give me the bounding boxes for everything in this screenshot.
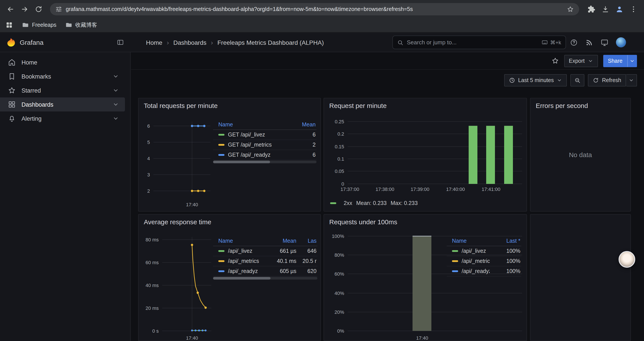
series-name-link[interactable]: /api/_livez [462, 248, 486, 254]
address-bar[interactable] [50, 3, 579, 15]
svg-text:20%: 20% [334, 309, 344, 315]
share-button[interactable]: Share [603, 55, 627, 67]
panel-title[interactable]: Requests under 100ms [329, 218, 397, 226]
table-column-header[interactable]: Name [213, 121, 294, 128]
sidebar-item-alerting[interactable]: Alerting [0, 112, 125, 126]
table-scrollbar[interactable] [213, 161, 316, 163]
sidebar-item-label: Dashboards [22, 101, 54, 108]
zoom-out-button[interactable] [570, 74, 584, 87]
refresh-interval-button[interactable] [626, 74, 637, 87]
breadcrumb-item[interactable]: Freeleaps Metrics Dashboard (ALPHA) [218, 39, 324, 46]
help-icon[interactable] [570, 38, 578, 46]
search-box[interactable]: ⌘+k [392, 36, 566, 49]
sidebar-item-bookmarks[interactable]: Bookmarks [0, 69, 125, 83]
url-input[interactable] [66, 6, 563, 12]
svg-text:0 s: 0 s [152, 328, 159, 334]
table-column-header[interactable]: Las [297, 238, 318, 244]
sidebar-toggle-icon[interactable] [116, 39, 124, 46]
svg-text:17:40: 17:40 [186, 335, 198, 341]
svg-text:80 ms: 80 ms [146, 237, 159, 242]
grafana-brand: Grafana [20, 33, 44, 52]
series-name-link[interactable]: GET /api/_livez [228, 132, 265, 138]
svg-text:5: 5 [147, 140, 150, 145]
bar-chart[interactable]: 0.250.20.150.10.05017:37:0017:38:0017:39… [324, 118, 527, 197]
bookmark-label: 收藏博客 [75, 21, 97, 29]
table-column-header[interactable]: Last * [490, 238, 521, 244]
series-name-link[interactable]: /api/_readyz [462, 268, 490, 274]
back-button[interactable] [4, 3, 17, 15]
series-color-dash [452, 260, 458, 262]
grafana-logo-icon[interactable] [6, 37, 16, 47]
series-color-dash [218, 250, 224, 252]
panel-title[interactable]: Request per minute [329, 102, 387, 109]
time-range-picker[interactable]: Last 5 minutes [504, 74, 567, 87]
user-avatar[interactable] [616, 37, 626, 47]
assistant-avatar[interactable] [618, 251, 635, 268]
series-name-link[interactable]: /api/_metrics [228, 258, 259, 264]
table-row: /api/_readyz605 µs620 [213, 266, 318, 276]
svg-text:60 ms: 60 ms [146, 260, 159, 265]
chevron-down-icon [557, 78, 562, 83]
table-column-header[interactable]: Mean [268, 238, 297, 244]
refresh-button[interactable]: Refresh [588, 74, 626, 87]
table-column-header[interactable]: Mean [294, 121, 316, 128]
breadcrumb-item[interactable]: Dashboards [174, 39, 206, 46]
table-cell: 20.5 r [297, 258, 318, 264]
legend-mean: Mean: 0.233 [356, 200, 387, 206]
chevron-down-icon[interactable] [113, 87, 119, 94]
bookmark-folder-blogs[interactable]: 收藏博客 [65, 21, 97, 29]
search-input[interactable] [407, 39, 538, 46]
export-button[interactable]: Export [564, 55, 598, 67]
browser-menu-icon[interactable] [627, 3, 640, 15]
apps-grid-icon[interactable] [5, 21, 13, 29]
table-column-header[interactable]: Name [447, 238, 490, 244]
series-color-dash [330, 202, 336, 204]
panel-title[interactable]: Total requests per minute [144, 102, 218, 109]
scrollbar-thumb[interactable] [213, 161, 270, 163]
chevron-down-icon [630, 58, 635, 63]
series-name-link[interactable]: GET /api/_metrics [228, 142, 272, 148]
downloads-icon[interactable] [599, 3, 612, 15]
table-row: /api/_livez100% [447, 246, 521, 256]
favorite-star-icon[interactable] [551, 57, 559, 65]
chevron-down-icon[interactable] [113, 73, 119, 80]
table-cell: 40.1 ms [268, 258, 297, 264]
bookmarks-bar: Freeleaps 收藏博客 [0, 18, 644, 33]
panel-requests-under-100ms: Requests under 100ms 100%80%60%40%20%0%1… [324, 214, 527, 341]
sidebar-item-dashboards[interactable]: Dashboards [0, 97, 125, 112]
bookmark-folder-freeleaps[interactable]: Freeleaps [22, 22, 56, 29]
table-row: GET /api/_metrics2 [213, 140, 316, 150]
timeseries-chart[interactable]: 80 ms60 ms40 ms20 ms0 s17:40 [138, 234, 213, 341]
series-name-link[interactable]: GET /api/_readyz [228, 152, 270, 158]
series-name-link[interactable]: /api/_livez [228, 248, 252, 254]
sidebar-item-starred[interactable]: Starred [0, 83, 125, 97]
legend-series-label[interactable]: 2xx [344, 200, 352, 206]
table-cell: 2 [294, 142, 316, 148]
share-menu-button[interactable] [627, 55, 637, 67]
chevron-down-icon[interactable] [113, 115, 119, 122]
breadcrumb-separator: › [211, 39, 213, 46]
sidebar-item-home[interactable]: Home [0, 55, 125, 69]
breadcrumb-item[interactable]: Home [146, 39, 162, 46]
refresh-button-group: Refresh [588, 74, 637, 87]
grafana-header: Grafana Home›Dashboards›Freeleaps Metric… [0, 33, 644, 52]
reload-button[interactable] [32, 3, 45, 15]
news-rss-icon[interactable] [585, 38, 593, 46]
extensions-icon[interactable] [585, 3, 598, 15]
chart-legend[interactable]: 2xx Mean: 0.233 Max: 0.233 [330, 200, 418, 206]
scrollbar-thumb[interactable] [213, 277, 270, 279]
table-column-header[interactable]: Name [213, 238, 268, 244]
profile-avatar[interactable] [613, 3, 626, 15]
timeseries-chart[interactable]: 6543217:40 [138, 118, 213, 211]
site-info-icon[interactable] [55, 6, 62, 13]
panel-title[interactable]: Average response time [144, 218, 211, 226]
monitor-icon[interactable] [600, 38, 608, 46]
svg-text:100%: 100% [332, 233, 344, 239]
table-scrollbar[interactable] [213, 277, 318, 279]
series-name-link[interactable]: /api/_metrics [462, 258, 490, 264]
bookmark-star-icon[interactable] [567, 6, 574, 13]
chevron-down-icon[interactable] [113, 101, 119, 108]
series-name-link[interactable]: /api/_readyz [228, 268, 258, 274]
forward-button[interactable] [18, 3, 31, 15]
bookmark-label: Freeleaps [32, 22, 56, 28]
